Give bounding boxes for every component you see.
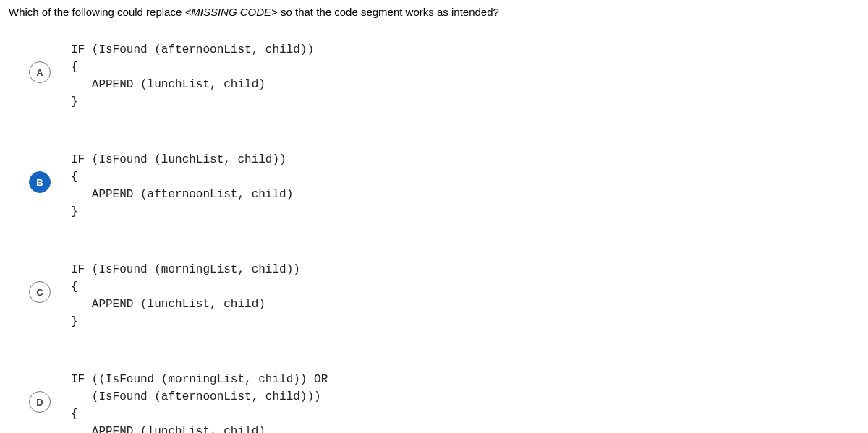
radio-wrapper-c: C [29, 281, 51, 303]
option-a-code: IF (IsFound (afternoonList, child)) { AP… [71, 41, 314, 111]
question-code-inline: <MISSING CODE> [184, 6, 277, 18]
question-suffix: so that the code segment works as intend… [278, 6, 499, 18]
radio-wrapper-d: D [29, 391, 51, 413]
option-b-code: IF (IsFound (lunchList, child)) { APPEND… [71, 151, 293, 220]
radio-wrapper-a: A [29, 61, 51, 83]
radio-d[interactable]: D [29, 391, 51, 413]
radio-c[interactable]: C [29, 281, 51, 303]
option-a[interactable]: A IF (IsFound (afternoonList, child)) { … [29, 41, 859, 111]
option-d[interactable]: D IF ((IsFound (morningList, child)) OR … [29, 371, 859, 433]
question-text: Which of the following could replace <MI… [9, 6, 859, 18]
radio-a[interactable]: A [29, 61, 51, 83]
radio-wrapper-b: B [29, 171, 51, 193]
option-c-code: IF (IsFound (morningList, child)) { APPE… [71, 261, 300, 330]
option-d-code: IF ((IsFound (morningList, child)) OR (I… [71, 371, 328, 433]
question-prefix: Which of the following could replace [9, 6, 184, 18]
radio-b[interactable]: B [29, 171, 51, 193]
option-b[interactable]: B IF (IsFound (lunchList, child)) { APPE… [29, 151, 859, 220]
option-c[interactable]: C IF (IsFound (morningList, child)) { AP… [29, 261, 859, 330]
options-container: A IF (IsFound (afternoonList, child)) { … [9, 41, 859, 433]
